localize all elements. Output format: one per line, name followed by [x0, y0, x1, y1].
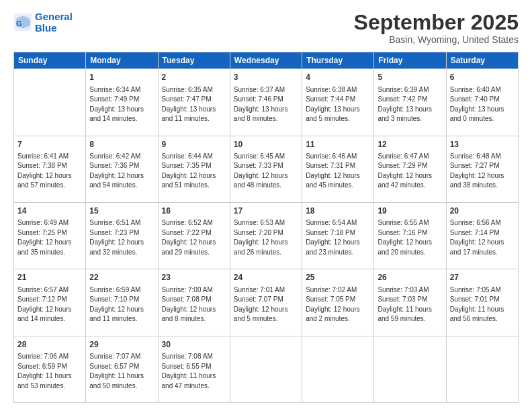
day-info: Sunrise: 6:53 AMSunset: 7:20 PMDaylight:… — [234, 218, 298, 257]
day-info: Sunrise: 6:37 AMSunset: 7:46 PMDaylight:… — [234, 85, 298, 124]
day-info: Sunrise: 6:42 AMSunset: 7:36 PMDaylight:… — [89, 152, 154, 191]
day-number: 14 — [17, 205, 82, 217]
calendar-cell: 23Sunrise: 7:00 AMSunset: 7:08 PMDayligh… — [158, 269, 230, 336]
week-row-5: 28Sunrise: 7:06 AMSunset: 6:59 PMDayligh… — [14, 336, 519, 402]
week-row-3: 14Sunrise: 6:49 AMSunset: 7:25 PMDayligh… — [14, 202, 519, 269]
calendar-cell: 9Sunrise: 6:44 AMSunset: 7:35 PMDaylight… — [158, 136, 230, 202]
day-info: Sunrise: 6:44 AMSunset: 7:35 PMDaylight:… — [162, 152, 226, 191]
calendar-cell: 19Sunrise: 6:55 AMSunset: 7:16 PMDayligh… — [374, 202, 446, 269]
day-info: Sunrise: 7:05 AMSunset: 7:01 PMDaylight:… — [450, 285, 515, 324]
day-number: 8 — [89, 139, 154, 150]
day-info: Sunrise: 6:46 AMSunset: 7:31 PMDaylight:… — [306, 152, 370, 191]
calendar-cell: 16Sunrise: 6:52 AMSunset: 7:22 PMDayligh… — [158, 202, 230, 269]
calendar-cell: 6Sunrise: 6:40 AMSunset: 7:40 PMDaylight… — [446, 69, 518, 136]
page-subtitle: Basin, Wyoming, United States — [354, 34, 519, 45]
day-info: Sunrise: 7:01 AMSunset: 7:07 PMDaylight:… — [234, 285, 298, 324]
calendar-cell: 2Sunrise: 6:35 AMSunset: 7:47 PMDaylight… — [158, 69, 230, 136]
col-header-saturday: Saturday — [446, 52, 518, 69]
calendar-cell: 3Sunrise: 6:37 AMSunset: 7:46 PMDaylight… — [230, 69, 302, 136]
day-info: Sunrise: 7:07 AMSunset: 6:57 PMDaylight:… — [89, 352, 154, 391]
day-number: 28 — [17, 339, 82, 351]
day-info: Sunrise: 6:45 AMSunset: 7:33 PMDaylight:… — [234, 152, 298, 191]
calendar-cell: 25Sunrise: 7:02 AMSunset: 7:05 PMDayligh… — [302, 269, 374, 336]
day-number: 29 — [89, 339, 154, 351]
day-number: 22 — [89, 272, 154, 283]
day-number: 24 — [234, 272, 298, 283]
day-info: Sunrise: 6:57 AMSunset: 7:12 PMDaylight:… — [17, 285, 82, 324]
calendar-cell: 21Sunrise: 6:57 AMSunset: 7:12 PMDayligh… — [14, 269, 86, 336]
day-number: 1 — [89, 72, 154, 83]
day-info: Sunrise: 7:03 AMSunset: 7:03 PMDaylight:… — [378, 285, 442, 324]
calendar-cell: 5Sunrise: 6:39 AMSunset: 7:42 PMDaylight… — [374, 69, 446, 136]
page-title: September 2025 — [354, 11, 519, 34]
day-info: Sunrise: 6:47 AMSunset: 7:29 PMDaylight:… — [378, 152, 442, 191]
day-info: Sunrise: 6:40 AMSunset: 7:40 PMDaylight:… — [450, 85, 515, 124]
calendar-cell: 17Sunrise: 6:53 AMSunset: 7:20 PMDayligh… — [230, 202, 302, 269]
day-number: 15 — [89, 205, 154, 217]
calendar-cell — [14, 69, 86, 136]
calendar-cell: 8Sunrise: 6:42 AMSunset: 7:36 PMDaylight… — [86, 136, 158, 202]
day-info: Sunrise: 6:48 AMSunset: 7:27 PMDaylight:… — [450, 152, 515, 191]
day-number: 11 — [306, 139, 370, 150]
calendar-cell: 11Sunrise: 6:46 AMSunset: 7:31 PMDayligh… — [302, 136, 374, 202]
day-number: 18 — [306, 205, 370, 217]
col-header-tuesday: Tuesday — [158, 52, 230, 69]
day-info: Sunrise: 6:34 AMSunset: 7:49 PMDaylight:… — [89, 85, 154, 124]
calendar-cell: 29Sunrise: 7:07 AMSunset: 6:57 PMDayligh… — [86, 336, 158, 402]
day-number: 2 — [162, 72, 226, 83]
calendar-cell: 4Sunrise: 6:38 AMSunset: 7:44 PMDaylight… — [302, 69, 374, 136]
day-number: 26 — [378, 272, 442, 283]
day-number: 3 — [234, 72, 298, 83]
day-info: Sunrise: 7:06 AMSunset: 6:59 PMDaylight:… — [17, 352, 82, 391]
calendar-cell: 1Sunrise: 6:34 AMSunset: 7:49 PMDaylight… — [86, 69, 158, 136]
day-info: Sunrise: 7:08 AMSunset: 6:55 PMDaylight:… — [162, 352, 226, 391]
calendar-cell: 7Sunrise: 6:41 AMSunset: 7:38 PMDaylight… — [14, 136, 86, 202]
calendar-cell: 30Sunrise: 7:08 AMSunset: 6:55 PMDayligh… — [158, 336, 230, 402]
calendar-cell: 22Sunrise: 6:59 AMSunset: 7:10 PMDayligh… — [86, 269, 158, 336]
day-number: 19 — [378, 205, 442, 217]
day-number: 4 — [306, 72, 370, 83]
calendar-cell: 13Sunrise: 6:48 AMSunset: 7:27 PMDayligh… — [446, 136, 518, 202]
day-info: Sunrise: 6:56 AMSunset: 7:14 PMDaylight:… — [450, 218, 515, 257]
day-info: Sunrise: 7:02 AMSunset: 7:05 PMDaylight:… — [306, 285, 370, 324]
day-number: 23 — [162, 272, 226, 283]
title-block: September 2025 Basin, Wyoming, United St… — [354, 11, 519, 45]
calendar-cell — [374, 336, 446, 402]
day-number: 20 — [450, 205, 515, 217]
day-info: Sunrise: 7:00 AMSunset: 7:08 PMDaylight:… — [162, 285, 226, 324]
calendar-cell: 26Sunrise: 7:03 AMSunset: 7:03 PMDayligh… — [374, 269, 446, 336]
day-number: 27 — [450, 272, 515, 283]
day-info: Sunrise: 6:51 AMSunset: 7:23 PMDaylight:… — [89, 218, 154, 257]
calendar-cell: 15Sunrise: 6:51 AMSunset: 7:23 PMDayligh… — [86, 202, 158, 269]
svg-text:G: G — [16, 19, 22, 28]
header: G General Blue September 2025 Basin, Wyo… — [13, 11, 519, 45]
day-number: 9 — [162, 139, 226, 150]
day-number: 21 — [17, 272, 82, 283]
day-info: Sunrise: 6:54 AMSunset: 7:18 PMDaylight:… — [306, 218, 370, 257]
week-row-2: 7Sunrise: 6:41 AMSunset: 7:38 PMDaylight… — [14, 136, 519, 202]
calendar-cell: 18Sunrise: 6:54 AMSunset: 7:18 PMDayligh… — [302, 202, 374, 269]
col-header-wednesday: Wednesday — [230, 52, 302, 69]
week-row-4: 21Sunrise: 6:57 AMSunset: 7:12 PMDayligh… — [14, 269, 519, 336]
calendar-cell: 27Sunrise: 7:05 AMSunset: 7:01 PMDayligh… — [446, 269, 518, 336]
calendar-cell — [230, 336, 302, 402]
col-header-sunday: Sunday — [14, 52, 86, 69]
page: G General Blue September 2025 Basin, Wyo… — [0, 0, 532, 411]
day-number: 16 — [162, 205, 226, 217]
day-info: Sunrise: 6:39 AMSunset: 7:42 PMDaylight:… — [378, 85, 442, 124]
logo-text: General Blue — [35, 11, 73, 34]
calendar-cell — [302, 336, 374, 402]
day-number: 13 — [450, 139, 515, 150]
day-info: Sunrise: 6:49 AMSunset: 7:25 PMDaylight:… — [17, 218, 82, 257]
day-number: 17 — [234, 205, 298, 217]
col-header-monday: Monday — [86, 52, 158, 69]
col-header-thursday: Thursday — [302, 52, 374, 69]
day-number: 12 — [378, 139, 442, 150]
calendar-cell: 14Sunrise: 6:49 AMSunset: 7:25 PMDayligh… — [14, 202, 86, 269]
calendar-cell: 12Sunrise: 6:47 AMSunset: 7:29 PMDayligh… — [374, 136, 446, 202]
day-info: Sunrise: 6:59 AMSunset: 7:10 PMDaylight:… — [89, 285, 154, 324]
calendar-cell: 20Sunrise: 6:56 AMSunset: 7:14 PMDayligh… — [446, 202, 518, 269]
day-number: 7 — [17, 139, 82, 150]
calendar-table: SundayMondayTuesdayWednesdayThursdayFrid… — [13, 52, 519, 403]
day-number: 30 — [162, 339, 226, 351]
